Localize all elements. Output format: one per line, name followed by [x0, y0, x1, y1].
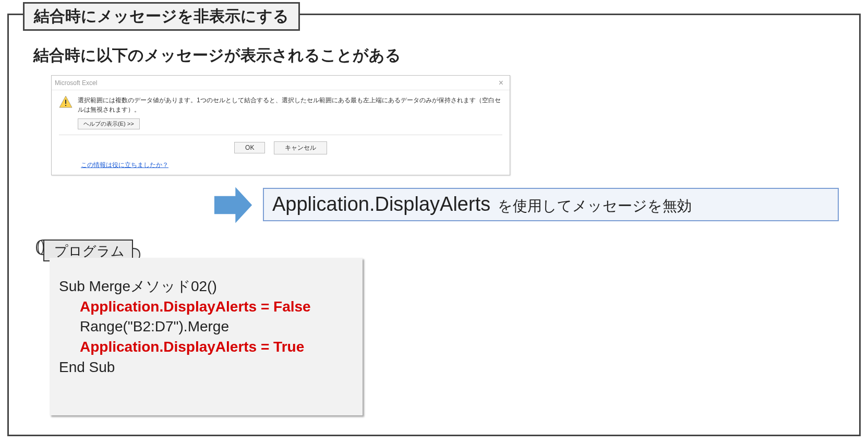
- dialog-title: Microsoft Excel: [55, 79, 97, 87]
- dialog-message: 選択範囲には複数のデータ値があります。1つのセルとして結合すると、選択したセル範…: [78, 95, 502, 114]
- dialog-message-wrap: 選択範囲には複数のデータ値があります。1つのセルとして結合すると、選択したセル範…: [78, 95, 502, 129]
- solution-code: Application.DisplayAlerts: [272, 193, 490, 215]
- dialog-body: 選択範囲には複数のデータ値があります。1つのセルとして結合すると、選択したセル範…: [52, 90, 510, 133]
- arrow-right-icon: [211, 183, 256, 230]
- close-icon[interactable]: ×: [496, 79, 507, 87]
- svg-marker-3: [214, 187, 252, 223]
- slide-canvas: 結合時にメッセージを非表示にする 結合時に以下のメッセージが表示されることがある…: [0, 0, 868, 443]
- solution-text: を使用してメッセージを無効: [498, 196, 692, 216]
- ok-button[interactable]: OK: [234, 142, 265, 153]
- solution-callout: Application.DisplayAlerts を使用してメッセージを無効: [263, 188, 839, 221]
- feedback-link[interactable]: この情報は役に立ちましたか？: [81, 161, 168, 169]
- svg-rect-2: [65, 105, 66, 106]
- svg-rect-1: [65, 100, 66, 104]
- code-line-5: End Sub: [59, 357, 353, 378]
- dialog-footer: この情報は役に立ちましたか？: [52, 160, 510, 175]
- code-block: Sub Mergeメソッド02() Application.DisplayAle…: [50, 258, 363, 415]
- frame-title: 結合時にメッセージを非表示にする: [23, 2, 300, 31]
- dialog-button-row: OK キャンセル: [52, 135, 510, 160]
- intro-heading: 結合時に以下のメッセージが表示されることがある: [33, 45, 401, 66]
- code-line-2: Application.DisplayAlerts = False: [59, 297, 353, 317]
- code-line-1: Sub Mergeメソッド02(): [59, 277, 353, 297]
- code-line-3: Range("B2:D7").Merge: [59, 317, 353, 337]
- help-button[interactable]: ヘルプの表示(E) >>: [78, 118, 140, 129]
- dialog-titlebar: Microsoft Excel ×: [52, 76, 510, 90]
- cancel-button[interactable]: キャンセル: [274, 141, 327, 154]
- warning-icon: [59, 95, 73, 110]
- excel-alert-dialog: Microsoft Excel × 選択範囲には複数のデータ値があります。1つの…: [51, 75, 510, 175]
- svg-point-5: [38, 241, 43, 254]
- code-line-4: Application.DisplayAlerts = True: [59, 337, 353, 357]
